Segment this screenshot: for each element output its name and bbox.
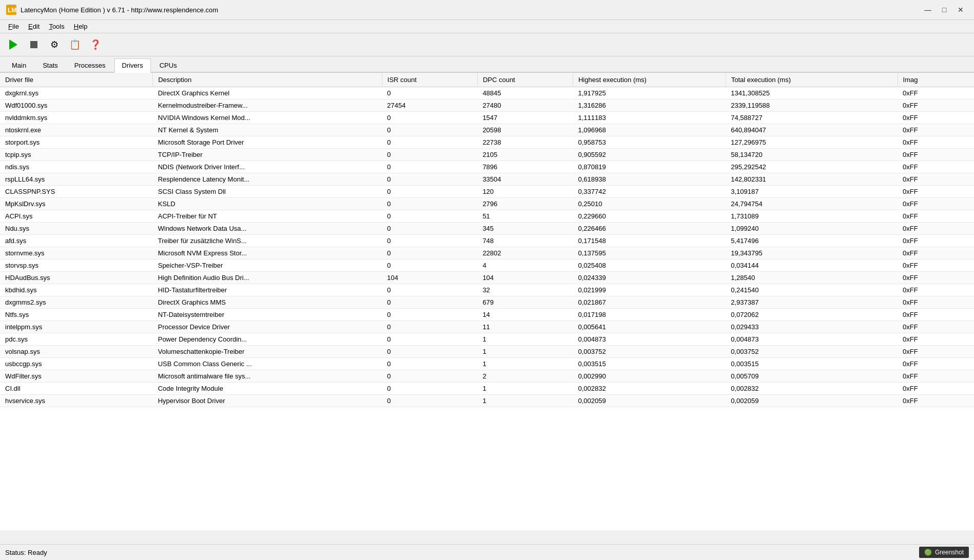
col-header-total[interactable]: Total execution (ms) xyxy=(726,73,898,87)
table-row[interactable]: CLASSPNP.SYSSCSI Class System Dll01200,3… xyxy=(0,186,974,198)
cell-description: Microsoft Storage Port Driver xyxy=(153,136,382,149)
report-button[interactable]: 📋 xyxy=(66,36,84,53)
col-header-description[interactable]: Description xyxy=(153,73,382,87)
table-body: dxgkrnl.sysDirectX Graphics Kernel048845… xyxy=(0,87,974,407)
tab-bar: Main Stats Processes Drivers CPUs xyxy=(0,56,974,73)
cell-isr: 0 xyxy=(382,383,477,395)
cell-dpc: 345 xyxy=(477,223,573,235)
cell-dpc: 1 xyxy=(477,346,573,358)
table-row[interactable]: WdFilter.sysMicrosoft antimalware file s… xyxy=(0,370,974,383)
table-row[interactable]: usbccgp.sysUSB Common Class Generic ...0… xyxy=(0,358,974,370)
cell-description: Hypervisor Boot Driver xyxy=(153,395,382,407)
col-header-image[interactable]: Imag xyxy=(898,73,974,87)
table-row[interactable]: storport.sysMicrosoft Storage Port Drive… xyxy=(0,136,974,149)
cell-dpc: 7896 xyxy=(477,161,573,173)
col-header-dpc[interactable]: DPC count xyxy=(477,73,573,87)
table-row[interactable]: CI.dllCode Integrity Module010,0028320,0… xyxy=(0,383,974,395)
cell-total: 58,134720 xyxy=(726,149,898,161)
cell-driver: nvlddmkm.sys xyxy=(0,112,153,124)
tab-cpus[interactable]: CPUs xyxy=(152,58,185,72)
minimize-button[interactable]: — xyxy=(921,4,935,15)
svg-text:LM: LM xyxy=(8,7,16,14)
cell-image: 0xFF xyxy=(898,161,974,173)
table-row[interactable]: rspLLL64.sysResplendence Latency Monit..… xyxy=(0,173,974,186)
cell-driver: CI.dll xyxy=(0,383,153,395)
tab-stats[interactable]: Stats xyxy=(35,58,66,72)
cell-image: 0xFF xyxy=(898,333,974,346)
cell-image: 0xFF xyxy=(898,136,974,149)
cell-image: 0xFF xyxy=(898,112,974,124)
table-row[interactable]: storvsp.sysSpeicher-VSP-Treiber040,02540… xyxy=(0,259,974,272)
cell-image: 0xFF xyxy=(898,284,974,296)
cell-isr: 0 xyxy=(382,235,477,247)
col-header-driver[interactable]: Driver file xyxy=(0,73,153,87)
cell-description: Volumeschattenkopie-Treiber xyxy=(153,346,382,358)
cell-description: Windows Network Data Usa... xyxy=(153,223,382,235)
cell-total: 0,072062 xyxy=(726,309,898,321)
cell-dpc: 22738 xyxy=(477,136,573,149)
cell-driver: hvservice.sys xyxy=(0,395,153,407)
table-row[interactable]: volsnap.sysVolumeschattenkopie-Treiber01… xyxy=(0,346,974,358)
table-row[interactable]: pdc.sysPower Dependency Coordin...010,00… xyxy=(0,333,974,346)
cell-isr: 0 xyxy=(382,358,477,370)
cell-description: Code Integrity Module xyxy=(153,383,382,395)
cell-isr: 0 xyxy=(382,124,477,136)
cell-image: 0xFF xyxy=(898,186,974,198)
table-row[interactable]: ACPI.sysACPI-Treiber für NT0510,2296601,… xyxy=(0,210,974,223)
menu-edit[interactable]: Edit xyxy=(24,21,44,32)
table-row[interactable]: Ndu.sysWindows Network Data Usa...03450,… xyxy=(0,223,974,235)
table-row[interactable]: nvlddmkm.sysNVIDIA Windows Kernel Mod...… xyxy=(0,112,974,124)
cell-dpc: 679 xyxy=(477,296,573,309)
cell-highest: 0,003752 xyxy=(573,346,726,358)
table-row[interactable]: hvservice.sysHypervisor Boot Driver010,0… xyxy=(0,395,974,407)
col-header-highest[interactable]: Highest execution (ms) xyxy=(573,73,726,87)
cell-description: NDIS (Network Driver Interf... xyxy=(153,161,382,173)
cell-dpc: 1 xyxy=(477,395,573,407)
cell-description: HID-Tastaturfiltertreiber xyxy=(153,284,382,296)
table-row[interactable]: tcpip.sysTCP/IP-Treiber021050,90559258,1… xyxy=(0,149,974,161)
help-button[interactable]: ❓ xyxy=(86,36,105,53)
table-row[interactable]: dxgkrnl.sysDirectX Graphics Kernel048845… xyxy=(0,87,974,99)
menu-help[interactable]: Help xyxy=(70,21,92,32)
cell-description: Processor Device Driver xyxy=(153,321,382,333)
table-row[interactable]: intelppm.sysProcessor Device Driver0110,… xyxy=(0,321,974,333)
settings-button[interactable]: ⚙ xyxy=(45,36,64,53)
cell-dpc: 1 xyxy=(477,333,573,346)
cell-description: NT-Dateisystemtreiber xyxy=(153,309,382,321)
table-row[interactable]: afd.sysTreiber für zusätzliche WinS...07… xyxy=(0,235,974,247)
cell-isr: 0 xyxy=(382,186,477,198)
menu-file[interactable]: File xyxy=(4,21,23,32)
menu-tools[interactable]: Tools xyxy=(45,21,68,32)
cell-total: 2,937387 xyxy=(726,296,898,309)
table-row[interactable]: HDAudBus.sysHigh Definition Audio Bus Dr… xyxy=(0,272,974,284)
cell-driver: Wdf01000.sys xyxy=(0,99,153,112)
table-row[interactable]: stornvme.sysMicrosoft NVM Express Stor..… xyxy=(0,247,974,259)
table-row[interactable]: ntoskrnl.exeNT Kernel & System0205981,09… xyxy=(0,124,974,136)
tab-drivers[interactable]: Drivers xyxy=(114,58,151,73)
app-icon: LM xyxy=(6,5,16,15)
tab-processes[interactable]: Processes xyxy=(67,58,113,72)
cell-image: 0xFF xyxy=(898,370,974,383)
maximize-button[interactable]: □ xyxy=(937,4,951,15)
cell-highest: 0,004873 xyxy=(573,333,726,346)
greenshot-label: Greenshot xyxy=(935,549,964,556)
cell-isr: 27454 xyxy=(382,99,477,112)
cell-driver: CLASSPNP.SYS xyxy=(0,186,153,198)
cell-highest: 0,229660 xyxy=(573,210,726,223)
cell-image: 0xFF xyxy=(898,173,974,186)
table-row[interactable]: Ntfs.sysNT-Dateisystemtreiber0140,017198… xyxy=(0,309,974,321)
table-row[interactable]: Wdf01000.sysKernelmodustreiber-Framew...… xyxy=(0,99,974,112)
table-row[interactable]: MpKslDrv.sysKSLD027960,2501024,7947540xF… xyxy=(0,198,974,210)
cell-description: NT Kernel & System xyxy=(153,124,382,136)
col-header-isr[interactable]: ISR count xyxy=(382,73,477,87)
cell-total: 0,241540 xyxy=(726,284,898,296)
stop-button[interactable] xyxy=(25,36,43,53)
play-button[interactable] xyxy=(4,36,23,53)
table-row[interactable]: kbdhid.sysHID-Tastaturfiltertreiber0320,… xyxy=(0,284,974,296)
close-button[interactable]: ✕ xyxy=(953,4,968,15)
tab-main[interactable]: Main xyxy=(4,58,34,72)
cell-highest: 0,003515 xyxy=(573,358,726,370)
table-row[interactable]: dxgmms2.sysDirectX Graphics MMS06790,021… xyxy=(0,296,974,309)
table-row[interactable]: ndis.sysNDIS (Network Driver Interf...07… xyxy=(0,161,974,173)
drivers-table-wrapper[interactable]: Driver file Description ISR count DPC co… xyxy=(0,73,974,530)
